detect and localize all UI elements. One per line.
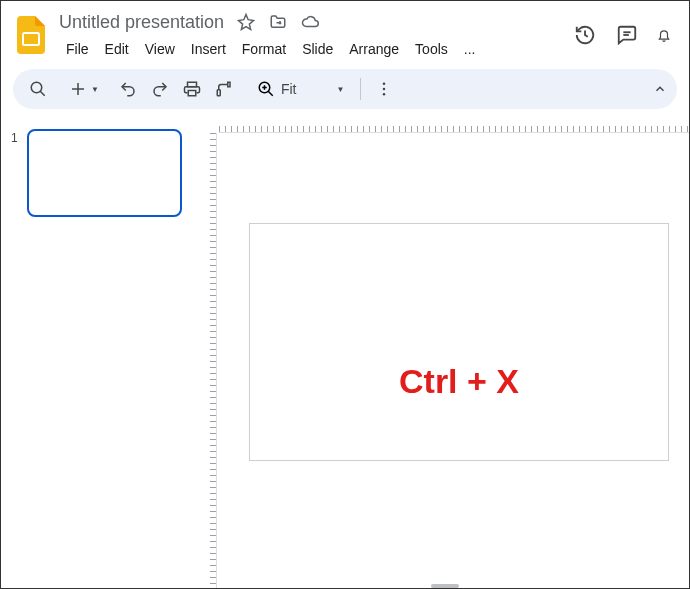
- toolbar: ▼ Fit ▼: [13, 69, 677, 109]
- slide-thumbnail[interactable]: [27, 129, 182, 217]
- redo-button[interactable]: [145, 74, 175, 104]
- comment-icon[interactable]: [615, 23, 639, 47]
- menu-file[interactable]: File: [59, 37, 96, 61]
- menu-arrange[interactable]: Arrange: [342, 37, 406, 61]
- content-area: 1 Ctrl + X: [1, 117, 689, 589]
- undo-button[interactable]: [113, 74, 143, 104]
- menu-slide[interactable]: Slide: [295, 37, 340, 61]
- vertical-ruler[interactable]: [201, 133, 217, 589]
- annotation-text: Ctrl + X: [250, 362, 668, 401]
- paint-format-button[interactable]: [209, 74, 239, 104]
- svg-rect-8: [188, 91, 196, 96]
- svg-rect-9: [217, 90, 220, 96]
- move-folder-icon[interactable]: [268, 12, 288, 32]
- cloud-status-icon[interactable]: [300, 12, 320, 32]
- new-slide-dropdown[interactable]: ▼: [91, 85, 99, 94]
- toolbar-separator: [360, 78, 361, 100]
- document-title[interactable]: Untitled presentation: [59, 12, 224, 33]
- header: Untitled presentation File Edit View Ins…: [1, 1, 689, 61]
- notification-icon[interactable]: [657, 23, 671, 47]
- horizontal-ruler[interactable]: [219, 117, 689, 133]
- chevron-down-icon: ▼: [336, 85, 344, 94]
- zoom-label: Fit: [281, 81, 297, 97]
- menu-edit[interactable]: Edit: [98, 37, 136, 61]
- title-area: Untitled presentation File Edit View Ins…: [59, 9, 573, 61]
- zoom-icon: [257, 80, 275, 98]
- slides-logo[interactable]: [13, 11, 49, 59]
- toolbar-more-button[interactable]: [369, 74, 399, 104]
- speaker-notes-resize-handle[interactable]: [431, 584, 459, 588]
- filmstrip[interactable]: 1: [1, 117, 201, 589]
- svg-point-14: [383, 82, 386, 85]
- menu-format[interactable]: Format: [235, 37, 293, 61]
- svg-point-3: [31, 82, 42, 93]
- menubar: File Edit View Insert Format Slide Arran…: [59, 37, 573, 61]
- new-slide-button[interactable]: [63, 74, 93, 104]
- slide-stage[interactable]: Ctrl + X: [219, 133, 689, 589]
- search-menus-button[interactable]: [23, 74, 53, 104]
- svg-line-4: [40, 91, 45, 96]
- title-row: Untitled presentation: [59, 9, 573, 35]
- collapse-toolbar-button[interactable]: [639, 82, 667, 96]
- print-button[interactable]: [177, 74, 207, 104]
- svg-point-15: [383, 88, 386, 91]
- history-icon[interactable]: [573, 23, 597, 47]
- svg-line-11: [268, 91, 273, 96]
- menu-view[interactable]: View: [138, 37, 182, 61]
- header-right: [573, 23, 677, 47]
- zoom-dropdown[interactable]: Fit ▼: [249, 80, 352, 98]
- slide-number: 1: [11, 129, 21, 217]
- svg-point-16: [383, 93, 386, 96]
- star-icon[interactable]: [236, 12, 256, 32]
- menu-insert[interactable]: Insert: [184, 37, 233, 61]
- menu-tools[interactable]: Tools: [408, 37, 455, 61]
- canvas-area: Ctrl + X: [201, 117, 689, 589]
- menu-more[interactable]: ...: [457, 37, 483, 61]
- toolbar-container: ▼ Fit ▼: [1, 61, 689, 117]
- slide-canvas[interactable]: Ctrl + X: [249, 223, 669, 461]
- slide-thumbnail-row: 1: [11, 129, 191, 217]
